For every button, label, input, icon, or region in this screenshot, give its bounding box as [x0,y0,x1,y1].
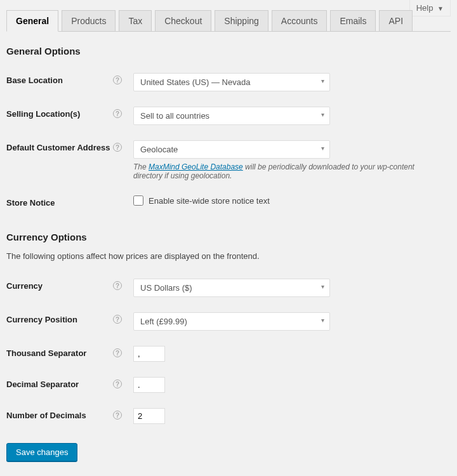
store-notice-checkbox[interactable] [133,195,143,206]
help-icon[interactable]: ? [113,380,122,388]
thousand-separator-label: Thousand Separator [6,348,86,358]
currency-label: Currency [6,281,43,291]
tab-general[interactable]: General [6,10,58,32]
base-location-value: United States (US) — Nevada [140,77,250,87]
default-customer-address-value: Geolocate [140,145,178,154]
tab-emails[interactable]: Emails [330,10,376,31]
selling-locations-label: Selling Location(s) [6,109,80,119]
tab-accounts[interactable]: Accounts [272,10,328,31]
tab-products[interactable]: Products [62,10,116,31]
settings-tabs: General Products Tax Checkout Shipping A… [6,10,451,32]
help-icon[interactable]: ? [113,76,122,84]
tab-api[interactable]: API [379,10,413,31]
help-icon[interactable]: ? [113,348,122,357]
default-customer-address-label: Default Customer Address [6,143,110,152]
help-icon[interactable]: ? [113,109,122,118]
base-location-select[interactable]: United States (US) — Nevada [133,73,330,91]
tab-tax[interactable]: Tax [119,10,152,31]
currency-options-heading: Currency Options [6,232,451,242]
currency-select[interactable]: US Dollars ($) [133,279,330,297]
number-of-decimals-label: Number of Decimals [6,411,86,420]
tab-shipping[interactable]: Shipping [215,10,268,31]
currency-intro: The following options affect how prices … [6,251,451,261]
maxmind-link[interactable]: MaxMind GeoLite Database [149,162,243,171]
selling-locations-value: Sell to all countries [140,111,209,121]
save-changes-button[interactable]: Save changes [6,443,77,461]
store-notice-checkbox-label[interactable]: Enable site-wide store notice text [149,196,270,206]
decimal-separator-input[interactable] [133,377,165,393]
help-icon[interactable]: ? [113,281,122,290]
help-icon[interactable]: ? [113,143,122,152]
currency-value: US Dollars ($) [140,283,192,293]
geolocate-description: The MaxMind GeoLite Database will be per… [133,162,438,180]
currency-position-label: Currency Position [6,315,77,324]
thousand-separator-input[interactable] [133,346,165,362]
selling-locations-select[interactable]: Sell to all countries [133,107,330,125]
store-notice-label: Store Notice [6,198,55,208]
help-icon[interactable]: ? [113,411,122,420]
base-location-label: Base Location [6,76,63,85]
help-icon[interactable]: ? [113,315,122,324]
decimal-separator-label: Decimal Separator [6,380,79,389]
number-of-decimals-input[interactable] [133,408,165,424]
currency-position-select[interactable]: Left (£99.99) [133,312,330,331]
tab-checkout[interactable]: Checkout [155,10,211,31]
currency-position-value: Left (£99.99) [140,317,187,326]
default-customer-address-select[interactable]: Geolocate [133,140,330,159]
general-options-heading: General Options [6,46,451,56]
